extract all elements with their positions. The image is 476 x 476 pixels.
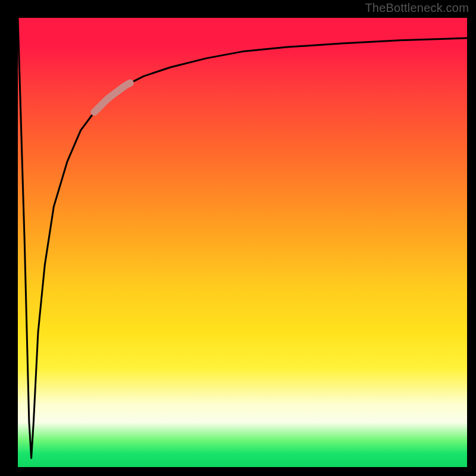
- highlight-segment: [94, 83, 130, 112]
- curve-layer: [18, 18, 467, 467]
- plot-area: [18, 18, 467, 467]
- bottleneck-curve: [18, 18, 467, 458]
- chart-frame: TheBottleneck.com: [0, 0, 476, 476]
- attribution-text: TheBottleneck.com: [365, 1, 469, 15]
